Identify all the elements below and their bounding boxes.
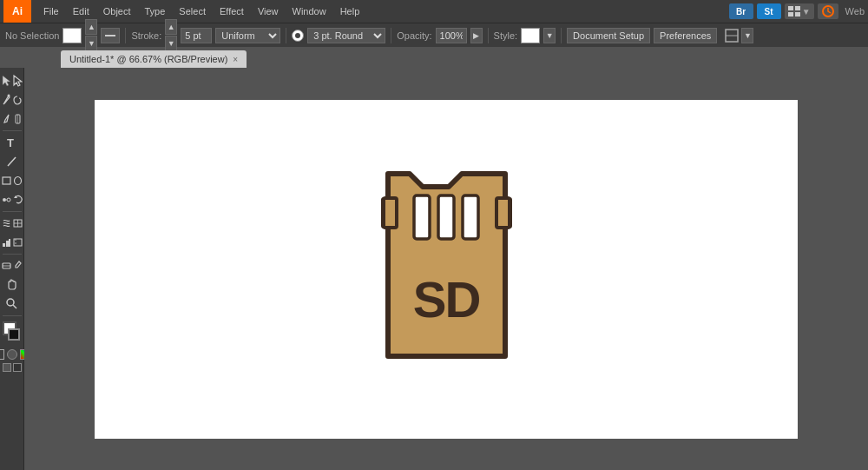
- left-toolbar: T: [0, 68, 24, 470]
- blend-tool[interactable]: [1, 190, 12, 209]
- tab-bar: Untitled-1* @ 66.67% (RGB/Preview) ×: [0, 47, 868, 68]
- style-label: Style:: [494, 30, 518, 41]
- menu-file[interactable]: File: [36, 0, 66, 23]
- svg-rect-1: [795, 6, 800, 10]
- bridge-button[interactable]: Br: [729, 3, 753, 19]
- line-tool[interactable]: [1, 152, 23, 171]
- type-tool[interactable]: T: [1, 133, 23, 152]
- rectangle-tool[interactable]: [1, 171, 12, 190]
- stroke-type-select[interactable]: Uniform: [215, 28, 280, 43]
- menu-bar: Ai File Edit Object Type Select Effect V…: [0, 0, 868, 23]
- svg-rect-25: [6, 241, 9, 247]
- ai-logo: Ai: [3, 0, 31, 23]
- menu-help[interactable]: Help: [333, 0, 367, 23]
- fill-down[interactable]: ▼: [85, 36, 97, 51]
- tab-title: Untitled-1* @ 66.67% (RGB/Preview): [69, 54, 227, 64]
- pencil-tool[interactable]: [12, 109, 23, 129]
- paint-tool-group: [1, 109, 23, 129]
- svg-marker-9: [14, 76, 22, 86]
- rotate-tool[interactable]: [12, 190, 23, 209]
- style-arrow[interactable]: ▼: [543, 28, 556, 43]
- svg-rect-3: [795, 12, 800, 17]
- stroke-down[interactable]: ▼: [165, 36, 177, 51]
- svg-rect-36: [438, 195, 454, 239]
- sd-card: SD: [371, 165, 523, 374]
- tool-divider-1: [3, 130, 22, 131]
- opacity-arrow[interactable]: ▶: [470, 28, 483, 43]
- menu-effect[interactable]: Effect: [213, 0, 251, 23]
- fill-up[interactable]: ▲: [85, 19, 97, 35]
- stroke-value[interactable]: [181, 28, 212, 43]
- transform-arrow[interactable]: ▼: [741, 28, 753, 43]
- zoom-tool[interactable]: [1, 295, 23, 314]
- document-tab[interactable]: Untitled-1* @ 66.67% (RGB/Preview) ×: [61, 50, 247, 68]
- background-swatch[interactable]: [8, 328, 20, 341]
- grid-button[interactable]: ▼: [785, 3, 814, 19]
- paint-hand-group: [1, 256, 23, 275]
- slice-tool[interactable]: [12, 233, 23, 252]
- svg-rect-0: [788, 6, 793, 10]
- tool-divider-4: [3, 315, 22, 316]
- svg-point-16: [14, 177, 21, 185]
- stroke-label: Stroke:: [131, 30, 161, 41]
- menu-window[interactable]: Window: [286, 0, 333, 23]
- ellipse-tool[interactable]: [12, 171, 23, 190]
- pen-tool[interactable]: [1, 90, 12, 109]
- menu-select[interactable]: Select: [172, 0, 213, 23]
- svg-text:T: T: [7, 136, 14, 149]
- round-select[interactable]: 3 pt. Round: [307, 28, 385, 43]
- sync-button[interactable]: [818, 3, 838, 19]
- stroke-type-btn[interactable]: [101, 28, 120, 43]
- fill-swatch[interactable]: [62, 28, 82, 43]
- svg-rect-37: [463, 195, 478, 239]
- tool-divider-2: [3, 211, 22, 212]
- mesh-tool[interactable]: [12, 214, 23, 233]
- shape-tool-group: [1, 171, 23, 190]
- tool-divider-3: [3, 254, 22, 255]
- style-swatch[interactable]: [521, 28, 540, 43]
- svg-line-32: [13, 305, 16, 308]
- full-screen-icon[interactable]: [13, 363, 22, 372]
- document-setup-button[interactable]: Document Setup: [567, 28, 650, 43]
- svg-point-10: [7, 95, 10, 97]
- graph-tool[interactable]: [1, 233, 12, 252]
- selection-label: No Selection: [5, 30, 59, 41]
- select-tool[interactable]: [1, 71, 12, 90]
- preferences-button[interactable]: Preferences: [654, 28, 717, 43]
- web-label: Web: [845, 6, 865, 17]
- svg-rect-35: [414, 195, 430, 239]
- svg-point-18: [7, 198, 10, 202]
- menu-object[interactable]: Object: [96, 0, 138, 23]
- svg-text:SD: SD: [412, 271, 479, 328]
- eyedropper-tool[interactable]: [12, 256, 23, 275]
- canvas-area: SD: [24, 68, 868, 470]
- svg-rect-5: [105, 35, 115, 36]
- svg-rect-24: [3, 243, 5, 247]
- normal-mode-icon[interactable]: [0, 349, 4, 360]
- tab-close-button[interactable]: ×: [233, 55, 238, 64]
- gradient-mode-icon[interactable]: [7, 349, 17, 360]
- opacity-value[interactable]: [436, 28, 467, 43]
- hand-tool[interactable]: [1, 275, 23, 295]
- artboard: SD: [95, 100, 798, 439]
- svg-point-17: [3, 198, 6, 202]
- stroke-up[interactable]: ▲: [165, 19, 177, 35]
- menu-right: Br St ▼ Web: [729, 3, 865, 19]
- warp-tool[interactable]: [1, 214, 12, 233]
- direct-select-tool[interactable]: [12, 71, 23, 90]
- screen-mode-icon[interactable]: [3, 363, 11, 372]
- control-bar: No Selection ▲ ▼ Stroke: ▲ ▼ Uniform 3 p…: [0, 23, 868, 47]
- stock-button[interactable]: St: [757, 3, 781, 19]
- warp-mesh-group: [1, 214, 23, 233]
- screen-mode-icons: [3, 363, 22, 372]
- transform-controls: ▼: [724, 28, 753, 43]
- draw-tool-group: [1, 90, 23, 109]
- selection-tool-group: [1, 71, 23, 90]
- paintbrush-tool[interactable]: [1, 109, 12, 129]
- lasso-tool[interactable]: [12, 90, 23, 109]
- round-indicator: [292, 30, 304, 42]
- graph-slice-group: [1, 233, 23, 252]
- menu-view[interactable]: View: [251, 0, 286, 23]
- svg-rect-15: [3, 177, 10, 184]
- eraser-tool[interactable]: [1, 256, 12, 275]
